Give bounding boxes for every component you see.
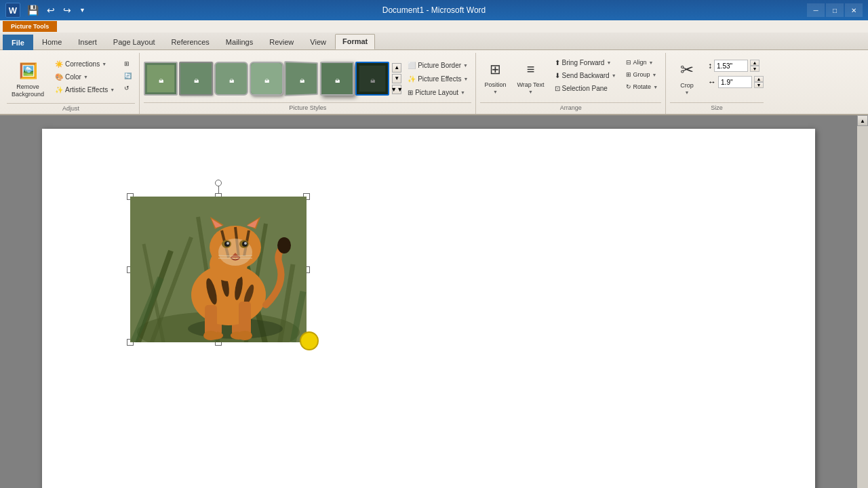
tiger-image[interactable] xyxy=(130,197,307,342)
adjust-group: 🖼️ RemoveBackground ☀️ Corrections ▼ 🎨 C… xyxy=(3,53,140,114)
crop-label: Crop xyxy=(680,82,694,89)
pic-style-4[interactable]: 🏔 xyxy=(250,62,283,96)
corrections-icon: ☀️ xyxy=(55,60,63,68)
svg-point-60 xyxy=(277,237,291,253)
compress-icon: ⊞ xyxy=(124,60,130,67)
undo-quick-btn[interactable]: ↩ xyxy=(44,3,58,17)
width-decrement[interactable]: ▼ xyxy=(754,82,764,88)
tab-references[interactable]: References xyxy=(164,35,217,49)
width-input[interactable] xyxy=(718,76,752,88)
change-picture-button[interactable]: 🔄 xyxy=(121,70,135,81)
remove-background-icon: 🖼️ xyxy=(17,60,39,82)
pic-style-3[interactable]: 🏔 xyxy=(214,62,248,96)
align-button[interactable]: ⊟ Align ▼ xyxy=(623,57,661,68)
selection-pane-label: Selection Pane xyxy=(562,85,608,92)
selected-image-container[interactable] xyxy=(130,197,307,342)
tab-file[interactable]: File xyxy=(3,35,33,50)
remove-background-label: RemoveBackground xyxy=(12,83,44,98)
size-group-label: Size xyxy=(670,102,764,114)
svg-point-38 xyxy=(237,331,252,340)
tab-review[interactable]: Review xyxy=(262,35,301,49)
wrap-text-button[interactable]: ≡ Wrap Text ▼ xyxy=(513,56,548,97)
group-button[interactable]: ⊞ Group ▼ xyxy=(623,69,661,80)
wrap-text-label: Wrap Text xyxy=(517,81,544,88)
svg-text:🏔: 🏔 xyxy=(370,78,375,84)
selection-pane-button[interactable]: ⊡ Selection Pane xyxy=(551,83,620,94)
crop-icon: ✂ xyxy=(676,59,698,81)
pic-style-1[interactable]: 🏔 xyxy=(144,62,178,96)
height-increment[interactable]: ▲ xyxy=(750,60,760,66)
svg-text:🏔: 🏔 xyxy=(194,78,199,84)
svg-text:🏔: 🏔 xyxy=(264,78,269,84)
picture-border-dropdown-icon: ▼ xyxy=(463,63,468,68)
main-container: ▲ ▼ Page: 1 of 1 | Words: 0 | 🔤 ⊞ ⊡ 🌐 ≡ … xyxy=(0,115,868,488)
styles-scroll-up[interactable]: ▲ xyxy=(392,63,401,73)
height-decrement[interactable]: ▼ xyxy=(750,66,760,72)
ribbon-wrapper: Picture Tools File Home Insert Page Layo… xyxy=(0,20,868,115)
color-dropdown-icon: ▼ xyxy=(83,75,88,79)
maximize-button[interactable]: □ xyxy=(826,3,844,17)
document-canvas[interactable] xyxy=(0,115,857,488)
width-increment[interactable]: ▲ xyxy=(754,76,764,82)
pic-style-5[interactable]: 🏔 xyxy=(284,61,318,96)
pic-style-7[interactable]: 🏔 xyxy=(355,62,389,96)
styles-scroll-more[interactable]: ▼▼ xyxy=(392,85,401,94)
send-backward-icon: ⬇ xyxy=(555,72,560,79)
height-input[interactable] xyxy=(714,60,748,72)
tab-view[interactable]: View xyxy=(302,35,334,49)
bring-forward-label: Bring Forward xyxy=(562,59,605,66)
svg-text:🏔: 🏔 xyxy=(159,78,163,84)
arrange-group-label: Arrange xyxy=(480,102,661,114)
tab-format[interactable]: Format xyxy=(335,34,375,49)
bring-forward-button[interactable]: ⬆ Bring Forward ▼ xyxy=(551,57,620,68)
compress-pictures-button[interactable]: ⊞ xyxy=(121,58,135,69)
crop-button[interactable]: ✂ Crop ▼ xyxy=(670,56,704,98)
picture-effects-label: Picture Effects xyxy=(418,75,461,83)
tab-insert[interactable]: Insert xyxy=(71,35,104,49)
customize-quick-btn[interactable]: ▼ xyxy=(77,5,88,15)
picture-layout-button[interactable]: ⊞ Picture Layout ▼ xyxy=(404,87,471,98)
styles-scroll-down[interactable]: ▼ xyxy=(392,74,401,83)
redo-quick-btn[interactable]: ↪ xyxy=(60,3,74,17)
scroll-up-button[interactable]: ▲ xyxy=(857,115,868,126)
position-button[interactable]: ⊞ Position ▼ xyxy=(480,56,510,97)
tab-home[interactable]: Home xyxy=(35,35,69,49)
svg-text:🏔: 🏔 xyxy=(229,78,234,84)
tab-page-layout[interactable]: Page Layout xyxy=(106,35,163,49)
corrections-dropdown-icon: ▼ xyxy=(102,62,106,66)
picture-layout-label: Picture Layout xyxy=(415,89,458,96)
ribbon: 🖼️ RemoveBackground ☀️ Corrections ▼ 🎨 C… xyxy=(0,50,868,115)
width-icon: ↔ xyxy=(708,77,716,87)
pic-style-6[interactable]: 🏔 xyxy=(320,62,354,96)
svg-point-53 xyxy=(226,242,229,245)
picture-border-button[interactable]: ⬜ Picture Border ▼ xyxy=(404,60,471,71)
selection-pane-icon: ⊡ xyxy=(555,85,560,92)
rotate-label: Rotate xyxy=(633,83,652,90)
styles-scroll-buttons: ▲ ▼ ▼▼ xyxy=(392,63,401,94)
group-label: Group xyxy=(633,71,650,78)
rotate-icon: ↻ xyxy=(626,83,631,90)
close-button[interactable]: ✕ xyxy=(845,3,863,17)
picture-styles-group: 🏔 🏔 🏔 🏔 🏔 🏔 xyxy=(140,53,476,114)
picture-effects-icon: ✨ xyxy=(408,75,416,83)
artistic-effects-button[interactable]: ✨ Artistic Effects ▼ xyxy=(52,84,118,96)
rotate-button[interactable]: ↻ Rotate ▼ xyxy=(623,81,661,92)
send-backward-label: Send Backward xyxy=(562,72,610,79)
save-quick-btn[interactable]: 💾 xyxy=(24,3,41,17)
scroll-track-vertical[interactable] xyxy=(857,126,868,488)
pic-style-2[interactable]: 🏔 xyxy=(179,62,213,96)
rotate-handle[interactable] xyxy=(215,180,222,186)
artistic-effects-dropdown-icon: ▼ xyxy=(110,87,115,92)
reset-icon: ↺ xyxy=(124,85,130,92)
picture-effects-button[interactable]: ✨ Picture Effects ▼ xyxy=(404,73,471,85)
resize-cursor-indicator[interactable] xyxy=(300,331,319,350)
position-label: Position xyxy=(484,81,506,88)
tab-mailings[interactable]: Mailings xyxy=(218,35,260,49)
corrections-button[interactable]: ☀️ Corrections ▼ xyxy=(52,58,118,70)
height-spinners: ▲ ▼ xyxy=(750,60,760,72)
reset-picture-button[interactable]: ↺ xyxy=(121,83,135,94)
remove-background-button[interactable]: 🖼️ RemoveBackground xyxy=(7,57,49,102)
send-backward-button[interactable]: ⬇ Send Backward ▼ xyxy=(551,70,620,81)
color-button[interactable]: 🎨 Color ▼ xyxy=(52,71,118,83)
minimize-button[interactable]: ─ xyxy=(807,3,825,17)
